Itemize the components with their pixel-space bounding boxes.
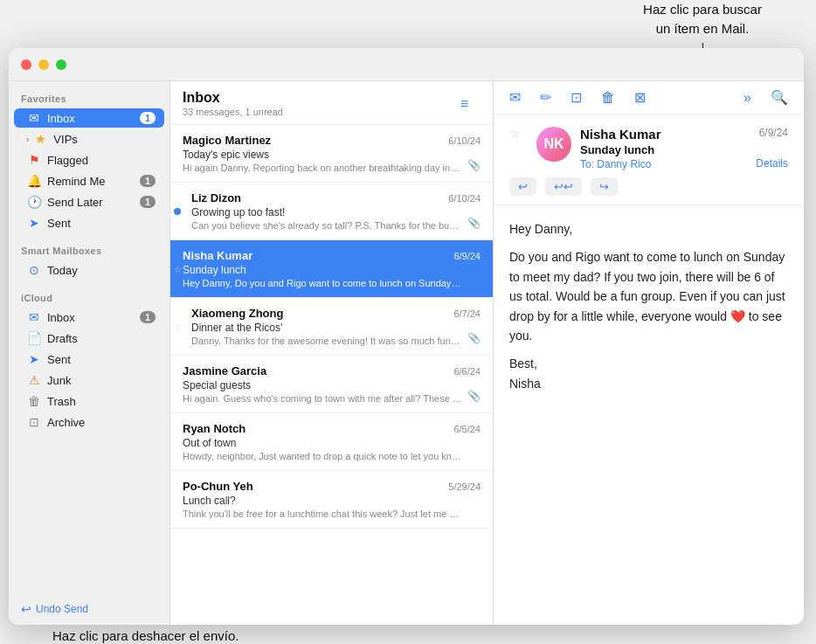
filter-button[interactable]: ≡ [460,96,468,112]
message-item[interactable]: Magico Martinez 6/10/24 Today's epic vie… [170,125,493,183]
msg-sender: Xiaomeng Zhong [183,307,283,320]
sidebar-item-flagged[interactable]: ⚑ Flagged [14,150,164,170]
sidebar-item-inbox[interactable]: ✉ Inbox 1 [14,108,164,128]
msg-subject: Dinner at the Ricos' [183,322,481,334]
title-bar [9,48,804,81]
more-button[interactable]: » [740,87,755,109]
inbox-icon: ✉ [26,111,42,125]
msg-date: 6/7/24 [453,308,481,319]
msg-date: 6/9/24 [453,251,481,261]
sidebar-item-send-later[interactable]: 🕐 Send Later 1 [14,192,164,211]
email-sign: Best, Nisha [509,354,788,393]
sidebar-flagged-label: Flagged [47,154,88,167]
message-item[interactable]: ☆ Xiaomeng Zhong 6/7/24 Dinner at the Ri… [170,298,493,356]
msg-subject: Growing up too fast! [183,206,481,218]
sidebar-send-later-label: Send Later [47,196,103,209]
msg-preview: Hi again Danny, Reporting back on anothe… [183,163,462,173]
remind-badge: 1 [140,175,156,187]
star-button[interactable]: ☆ [509,127,521,141]
mail-button[interactable]: ✉ [506,86,524,109]
sidebar-archive-label: Archive [47,416,85,429]
email-subject: Sunday lunch [580,143,788,156]
message-item[interactable]: Ryan Notch 6/5/24 Out of town Howdy, nei… [170,413,493,471]
msg-date: 6/6/24 [453,366,481,377]
send-later-badge: 1 [140,196,156,208]
favorites-header: Favorites [9,81,169,107]
msg-preview: Howdy, neighbor, Just wanted to drop a q… [183,451,462,461]
delete-button[interactable]: 🗑 [598,87,619,109]
message-item[interactable]: ☆ Nisha Kumar 6/9/24 Sunday lunch Hey Da… [170,240,493,298]
undo-send-button[interactable]: ↩ Undo Send [9,593,169,625]
sidebar-item-today[interactable]: ⊙ Today [14,260,164,280]
email-actions: ↩ ↩↩ ↪ [509,177,788,196]
message-items: Magico Martinez 6/10/24 Today's epic vie… [170,125,493,625]
sidebar-item-vips[interactable]: › ★ VIPs [14,129,164,149]
message-item[interactable]: Liz Dizon 6/10/24 Growing up too fast! C… [170,183,493,240]
sidebar-item-junk[interactable]: ⚠ Junk [14,370,164,390]
sidebar-today-label: Today [47,264,78,277]
attachment-icon: 📎 [467,159,481,171]
icloud-inbox-icon: ✉ [26,310,42,324]
sidebar-icloud-sent-label: Sent [47,353,71,366]
email-meta: Nisha Kumar 6/9/24 Sunday lunch To: Dann… [580,127,788,170]
forward-action-button[interactable]: ↪ [591,177,618,196]
sidebar-item-archive[interactable]: ⊡ Archive [14,412,164,432]
sidebar-item-sent[interactable]: ➤ Sent [14,213,164,232]
close-button[interactable] [21,59,31,70]
sidebar: Favorites ✉ Inbox 1 › ★ VIPs ⚑ Flagged 🔔… [9,48,170,625]
sidebar-item-icloud-inbox[interactable]: ✉ Inbox 1 [14,308,164,327]
msg-subject: Lunch call? [183,495,481,507]
msg-sender: Jasmine Garcia [183,364,266,377]
message-count: 33 messages, 1 unread [183,107,481,117]
msg-date: 6/5/24 [453,424,481,434]
expand-arrow: › [26,135,29,144]
msg-star: ☆ [174,264,182,274]
attachment-icon: 📎 [467,217,481,229]
flag-icon: ⚑ [26,153,42,167]
sender-name: Nisha Kumar [580,127,661,142]
compose-button[interactable]: ✏ [536,86,555,109]
search-button[interactable]: 🔍 [767,86,792,109]
junk-button[interactable]: ⊠ [631,86,649,109]
sender-avatar: NK [536,127,571,162]
msg-date: 5/29/24 [448,481,481,492]
reply-all-action-button[interactable]: ↩↩ [545,177,582,196]
star-icon: ★ [32,132,48,146]
mailbox-title: Inbox [183,90,481,106]
message-item[interactable]: Jasmine Garcia 6/6/24 Special guests Hi … [170,356,493,413]
msg-sender: Liz Dizon [183,191,241,204]
email-header: ☆ NK Nisha Kumar 6/9/24 Sunday lunch To:… [494,114,804,205]
msg-date: 6/10/24 [448,193,481,204]
icloud-header: iCloud [9,280,169,307]
msg-preview: Hey Danny, Do you and Rigo want to come … [183,278,462,288]
today-icon: ⊙ [26,263,42,277]
sidebar-trash-label: Trash [47,395,76,408]
archive-button[interactable]: ⊡ [567,86,585,109]
sidebar-vips-label: VIPs [53,133,77,146]
msg-sender: Magico Martinez [183,134,271,147]
sidebar-item-remind-me[interactable]: 🔔 Remind Me 1 [14,171,164,190]
icloud-sent-icon: ➤ [26,352,42,366]
sidebar-item-icloud-sent[interactable]: ➤ Sent [14,350,164,369]
email-date: 6/9/24 [759,127,788,139]
minimize-button[interactable] [38,59,49,70]
details-link[interactable]: Details [756,157,788,170]
sidebar-item-drafts[interactable]: 📄 Drafts [14,329,164,348]
sidebar-junk-label: Junk [47,374,71,387]
sidebar-item-trash[interactable]: 🗑 Trash [14,391,164,411]
inbox-badge: 1 [140,112,156,124]
message-list-header-inner: Inbox 33 messages, 1 unread ≡ [183,90,481,117]
email-header-row1: ☆ NK Nisha Kumar 6/9/24 Sunday lunch To:… [509,127,788,170]
email-header-top: Nisha Kumar 6/9/24 [580,127,788,142]
sidebar-sent-label: Sent [47,217,71,230]
reading-toolbar: ✉ ✏ ⊡ 🗑 ⊠ » 🔍 [494,81,804,114]
email-greeting: Hey Danny, [509,219,788,239]
msg-date: 6/10/24 [448,135,481,146]
app-window: Favorites ✉ Inbox 1 › ★ VIPs ⚑ Flagged 🔔… [9,48,804,625]
reply-action-button[interactable]: ↩ [509,177,536,196]
msg-subject: Special guests [183,379,481,391]
message-item[interactable]: Po-Chun Yeh 5/29/24 Lunch call? Think yo… [170,471,493,529]
maximize-button[interactable] [56,59,66,70]
message-list-header: Inbox 33 messages, 1 unread ≡ [170,81,493,125]
sign-text: Best, [509,357,537,370]
